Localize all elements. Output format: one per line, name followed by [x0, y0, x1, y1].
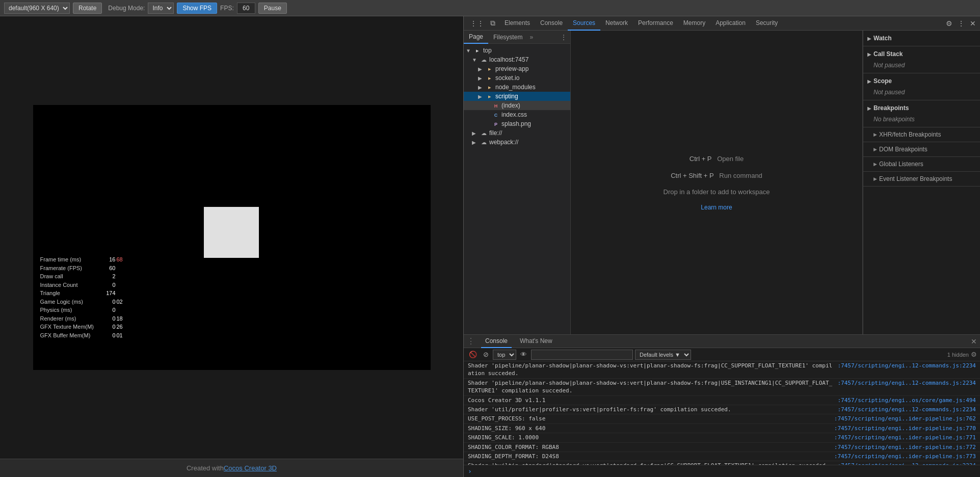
devtools-tab-application[interactable]: Application [710, 16, 751, 31]
stat-row: Physics (ms)0 [40, 306, 123, 314]
rotate-button[interactable]: Rotate [73, 3, 102, 14]
sources-tab-menu[interactable]: ⋮ [557, 33, 570, 41]
console-msg-text: USE_POST_PROCESS: false [468, 415, 830, 422]
dom-header[interactable]: ▶ DOM Breakpoints [863, 144, 980, 154]
console-message: USE_POST_PROCESS: false:7457/scripting/e… [464, 414, 980, 423]
devtools-tab-security[interactable]: Security [751, 16, 783, 31]
breakpoints-section: ▶ Breakpoints No breakpoints [863, 100, 980, 127]
scope-header[interactable]: ▶ Scope [863, 75, 980, 87]
tree-icon: ☁ [480, 130, 487, 137]
stat-row: GFX Buffer Mem(M)001 [40, 331, 123, 340]
devtools-tab-sources[interactable]: Sources [568, 16, 600, 31]
breakpoints-header[interactable]: ▶ Breakpoints [863, 102, 980, 114]
tree-item[interactable]: ▶▸scripting [464, 92, 570, 101]
console-tab-whatsnew[interactable]: What's New [516, 335, 557, 348]
learn-more-link[interactable]: Learn more [701, 204, 732, 211]
tree-label: file:// [489, 129, 502, 137]
global-header[interactable]: ▶ Global Listeners [863, 159, 980, 169]
stat-value: 0 [101, 281, 116, 289]
event-section: ▶ Event Listener Breakpoints [863, 172, 980, 187]
stat-value: 0 [101, 314, 116, 323]
stat-row: Renderer (ms)018 [40, 314, 123, 323]
console-area: ⋮ Console What's New ✕ 🚫 ⊘ top 👁 Default… [464, 334, 980, 477]
console-message: Cocos Creator 3D v1.1.1:7457/scripting/e… [464, 396, 980, 405]
event-label: Event Listener Breakpoints [879, 175, 952, 182]
devtools-overflow-btn[interactable]: ⋮ [956, 18, 967, 29]
console-filter-btn[interactable]: ⊘ [481, 350, 491, 359]
tree-item[interactable]: ▶▸preview-app [464, 64, 570, 73]
resolution-select[interactable]: default(960 X 640) [4, 3, 70, 14]
devtools-top-bar: ⋮⋮ ⧉ ElementsConsoleSourcesNetworkPerfor… [464, 16, 980, 31]
console-drag-handle: ⋮ [467, 336, 475, 346]
toolbar: default(960 X 640) Rotate Debug Mode: In… [0, 0, 980, 16]
debug-mode-select[interactable]: Info [148, 3, 174, 14]
tree-item[interactable]: ▶▸socket.io [464, 73, 570, 83]
console-msg-link[interactable]: :7457/scripting/engi..ider-pipeline.js:7… [834, 453, 976, 460]
console-msg-link[interactable]: :7457/scripting/engi..12-commands.js:223… [837, 362, 976, 369]
console-toolbar: 🚫 ⊘ top 👁 Default levels ▼ 1 hidden ⚙ [464, 348, 980, 361]
devtools-settings-btn[interactable]: ⚙ [944, 18, 955, 29]
sources-tab-filesystem[interactable]: Filesystem [488, 31, 527, 44]
console-settings-btn[interactable]: ⚙ [971, 351, 977, 358]
stat-value: 0 [101, 306, 116, 314]
console-msg-text: SHADING_SIZE: 960 x 640 [468, 425, 830, 432]
tree-item[interactable]: ▼▸top [464, 46, 570, 55]
devtools-close-btn[interactable]: ✕ [968, 18, 978, 29]
console-msg-text: SHADING_COLOR_FORMAT: RGBA8 [468, 443, 830, 451]
console-msg-link[interactable]: :7457/scripting/engi..ider-pipeline.js:7… [834, 415, 976, 422]
console-tab-console[interactable]: Console [481, 335, 512, 348]
console-msg-link[interactable]: :7457/scripting/engi..ider-pipeline.js:7… [834, 434, 976, 441]
breakpoints-label: Breakpoints [873, 104, 909, 112]
console-level-select[interactable]: Default levels ▼ [635, 350, 691, 360]
breakpoints-arrow: ▶ [867, 105, 871, 111]
console-context-select[interactable]: top [493, 350, 516, 360]
devtools-tab-performance[interactable]: Performance [633, 16, 678, 31]
console-msg-link[interactable]: :7457/scripting/engi..os/core/game.js:49… [837, 396, 976, 404]
tree-item[interactable]: ▶▸node_modules [464, 83, 570, 92]
tree-arrow: ▶ [478, 85, 484, 90]
console-clear-btn[interactable]: 🚫 [467, 350, 479, 359]
tree-item[interactable]: Cindex.css [464, 110, 570, 119]
footer-link[interactable]: Cocos Creator 3D [224, 464, 277, 472]
console-message: Shader 'builtin-standard|standard-vs:ver… [464, 461, 980, 465]
console-eye-btn[interactable]: 👁 [518, 350, 529, 359]
pause-button[interactable]: Pause [258, 3, 287, 14]
tree-item[interactable]: Psplash.png [464, 119, 570, 128]
devtools-tab-console[interactable]: Console [535, 16, 568, 31]
console-msg-link[interactable]: :7457/scripting/engi..ider-pipeline.js:7… [834, 443, 976, 451]
sources-tabs: Page Filesystem » ⋮ [464, 31, 570, 44]
console-input[interactable] [475, 468, 976, 475]
stat-row: Draw call2 [40, 272, 123, 281]
tree-item[interactable]: ▼☁localhost:7457 [464, 55, 570, 64]
devtools-top-right: ⚙ ⋮ ✕ [944, 18, 978, 29]
devtools-tab-network[interactable]: Network [600, 16, 633, 31]
console-output: Shader 'pipeline/planar-shadow|planar-sh… [464, 361, 980, 465]
tree-arrow: ▶ [478, 66, 484, 72]
devtools-tab-elements[interactable]: Elements [499, 16, 535, 31]
scope-arrow: ▶ [867, 78, 871, 84]
console-filter-input[interactable] [531, 350, 633, 360]
xhr-section: ▶ XHR/fetch Breakpoints [863, 127, 980, 142]
devtools-tab-memory[interactable]: Memory [678, 16, 710, 31]
watch-header[interactable]: ▶ Watch [863, 33, 980, 44]
tree-item[interactable]: ▶☁file:// [464, 128, 570, 138]
tree-item[interactable]: H(index) [464, 101, 570, 110]
stat-value2: 26 [117, 323, 123, 331]
show-fps-button[interactable]: Show FPS [177, 3, 217, 14]
console-msg-link[interactable]: :7457/scripting/engi..ider-pipeline.js:7… [834, 425, 976, 432]
event-header[interactable]: ▶ Event Listener Breakpoints [863, 174, 980, 184]
devtools-undock-btn[interactable]: ⧉ [488, 18, 497, 29]
console-msg-link[interactable]: :7457/scripting/engi..12-commands.js:223… [837, 406, 976, 413]
console-msg-link[interactable]: :7457/scripting/engi..12-commands.js:223… [837, 379, 976, 387]
console-close-btn[interactable]: ✕ [971, 337, 977, 346]
devtools-dock-btn[interactable]: ⋮⋮ [468, 18, 486, 29]
dom-label: DOM Breakpoints [879, 146, 928, 153]
fps-input[interactable] [237, 3, 255, 14]
call-stack-header[interactable]: ▶ Call Stack [863, 48, 980, 60]
sources-tab-page[interactable]: Page [464, 31, 488, 44]
console-message: SHADING_SCALE: 1.0000:7457/scripting/eng… [464, 433, 980, 442]
sources-tab-more[interactable]: » [529, 34, 533, 41]
xhr-header[interactable]: ▶ XHR/fetch Breakpoints [863, 129, 980, 140]
tree-item[interactable]: ▶☁webpack:// [464, 138, 570, 147]
sources-right: ▶ Watch ▶ Call Stack Not paused ▶ [863, 31, 980, 334]
